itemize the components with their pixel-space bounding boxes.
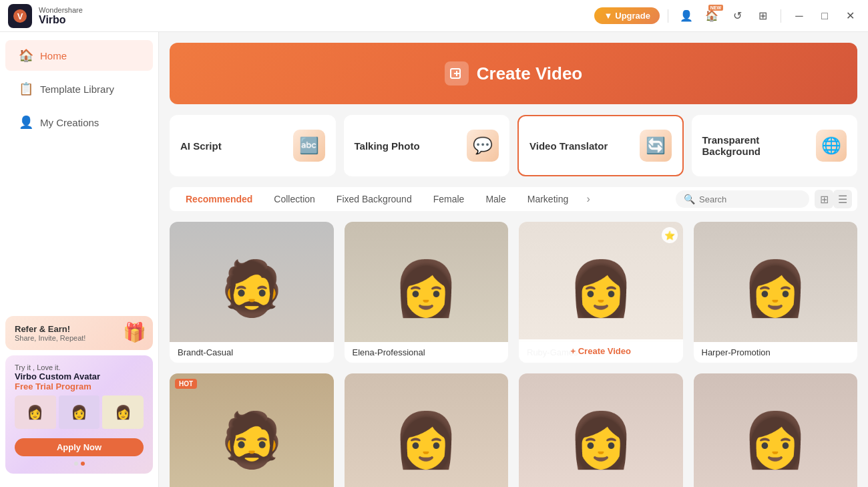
custom-avatar-banner: Try it , Love it. Virbo Custom Avatar Fr…: [5, 355, 153, 474]
search-box: 🔍: [676, 190, 809, 208]
avatar-name-harper: Harper-Promotion: [694, 342, 858, 363]
apply-now-button[interactable]: Apply Now: [15, 438, 144, 456]
sidebar-item-creations-label: My Creations: [40, 117, 99, 128]
upgrade-button[interactable]: ▼ Upgrade: [594, 7, 660, 24]
logo-brand: Wondershare: [39, 6, 83, 14]
sidebar-item-my-creations[interactable]: 👤 My Creations: [5, 107, 153, 138]
video-translator-icon: 🔄: [640, 130, 672, 162]
avatar-img-unknown2: 👩: [345, 373, 509, 487]
video-translator-label: Video Translator: [529, 140, 608, 152]
search-input[interactable]: [699, 194, 793, 204]
avatar-name-elena: Elena-Professional: [345, 342, 509, 363]
filter-tab-male[interactable]: Male: [475, 190, 516, 208]
main-layout: 🏠 Home 📋 Template Library 👤 My Creations…: [0, 32, 868, 487]
create-video-icon: [445, 61, 469, 86]
avatar-preview: 👩 👩 👩: [15, 395, 144, 429]
avatar-name-brandt: Brandt-Casual: [170, 342, 334, 363]
maximize-icon[interactable]: □: [815, 6, 835, 26]
create-video-banner[interactable]: Create Video: [170, 43, 857, 104]
avatar-img-unknown1: 🧔: [170, 373, 334, 487]
avatar-card-brandt[interactable]: 🧔 Brandt-Casual: [170, 222, 334, 363]
banner-dots: [15, 462, 144, 466]
separator: [668, 9, 668, 23]
create-video-overlay-ruby[interactable]: + Create Video: [519, 339, 683, 363]
talking-photo-label: Talking Photo: [355, 140, 420, 152]
ai-script-icon: 🔤: [293, 130, 325, 162]
avatar-card-ruby[interactable]: 👩 ⭐ + Create Video Ruby-Games: [519, 222, 683, 363]
avatar-img-unknown4: 👩: [694, 373, 858, 487]
search-icon: 🔍: [684, 194, 695, 204]
logo-icon: V: [8, 4, 32, 28]
avatar-card-harper[interactable]: 👩 Harper-Promotion: [694, 222, 858, 363]
talking-photo-icon: 💬: [467, 130, 499, 162]
sidebar-item-home-label: Home: [40, 50, 67, 61]
feature-card-transparent-bg[interactable]: Transparent Background 🌐: [692, 115, 858, 176]
transparent-bg-icon: 🌐: [816, 130, 847, 162]
create-video-label: Create Video: [477, 63, 582, 84]
logo: V Wondershare Virbo: [8, 4, 594, 28]
creations-icon: 👤: [19, 115, 33, 130]
filter-tab-fixed-background[interactable]: Fixed Background: [326, 190, 423, 208]
close-icon[interactable]: ✕: [840, 6, 860, 26]
list-view-button[interactable]: ☰: [833, 190, 852, 208]
home-nav-icon[interactable]: 🏠NEW: [702, 6, 722, 26]
sidebar-item-home[interactable]: 🏠 Home: [5, 40, 153, 71]
avatar-img-harper: 👩: [694, 222, 858, 342]
home-icon: 🏠: [19, 48, 33, 63]
refer-emoji: 🎁: [123, 321, 146, 343]
new-badge: NEW: [708, 5, 723, 11]
svg-text:V: V: [17, 11, 23, 21]
avatar-star-ruby[interactable]: ⭐: [662, 227, 678, 243]
sidebar: 🏠 Home 📋 Template Library 👤 My Creations…: [0, 32, 159, 487]
filter-tab-collection[interactable]: Collection: [263, 190, 325, 208]
titlebar-actions: ▼ Upgrade 👤 🏠NEW ↺ ⊞ ─ □ ✕: [594, 6, 860, 26]
filter-tab-recommended[interactable]: Recommended: [175, 190, 263, 208]
dot-1: [74, 462, 78, 466]
feature-cards: AI Script 🔤 Talking Photo 💬 Video Transl…: [170, 115, 857, 176]
avatar-subtitle: Free Trial Program: [15, 381, 144, 391]
minimize-icon[interactable]: ─: [789, 6, 809, 26]
feature-card-talking-photo[interactable]: Talking Photo 💬: [344, 115, 510, 176]
avatar-img-elena: 👩: [345, 222, 509, 342]
avatar-card-unknown2[interactable]: 👩: [345, 373, 509, 487]
separator2: [781, 9, 781, 23]
account-icon[interactable]: 👤: [676, 6, 696, 26]
sidebar-item-template-library[interactable]: 📋 Template Library: [5, 73, 153, 104]
filter-tab-marketing[interactable]: Marketing: [517, 190, 579, 208]
feature-card-video-translator[interactable]: Video Translator 🔄: [517, 115, 684, 176]
avatar-img-unknown3: 👩: [519, 373, 683, 487]
refer-earn-banner[interactable]: 🎁 Refer & Earn! Share, Invite, Repeat!: [5, 316, 153, 350]
logo-name: Virbo: [39, 14, 83, 26]
ai-script-label: AI Script: [180, 140, 222, 152]
content-area: Create Video AI Script 🔤 Talking Photo 💬…: [159, 32, 868, 487]
refresh-icon[interactable]: ↺: [727, 6, 747, 26]
filter-row: Recommended Collection Fixed Background …: [170, 187, 857, 211]
dot-2: [81, 462, 85, 466]
avatar-img-brandt: 🧔: [170, 222, 334, 342]
filter-tab-female[interactable]: Female: [423, 190, 475, 208]
avatar-card-unknown3[interactable]: 👩: [519, 373, 683, 487]
feature-card-ai-script[interactable]: AI Script 🔤: [170, 115, 336, 176]
avatar-eyebrow: Try it , Love it.: [15, 363, 144, 371]
avatar-title: Virbo Custom Avatar: [15, 371, 144, 381]
avatar-card-unknown4[interactable]: 👩: [694, 373, 858, 487]
avatar-grid: 🧔 Brandt-Casual 👩 Elena-Professional 👩 ⭐…: [170, 222, 857, 487]
titlebar: V Wondershare Virbo ▼ Upgrade 👤 🏠NEW ↺ ⊞…: [0, 0, 868, 32]
hot-badge: HOT: [175, 379, 197, 389]
avatar-card-unknown1[interactable]: 🧔 HOT: [170, 373, 334, 487]
sidebar-banners: 🎁 Refer & Earn! Share, Invite, Repeat! T…: [0, 311, 158, 479]
grid-view-button[interactable]: ⊞: [815, 190, 833, 208]
filter-more-button[interactable]: ›: [579, 190, 598, 208]
grid-icon[interactable]: ⊞: [752, 6, 773, 26]
template-icon: 📋: [19, 82, 33, 96]
avatar-img-ruby: 👩: [519, 222, 683, 342]
sidebar-item-template-label: Template Library: [40, 84, 114, 95]
avatar-card-elena[interactable]: 👩 Elena-Professional: [345, 222, 509, 363]
transparent-bg-label: Transparent Background: [702, 134, 816, 157]
